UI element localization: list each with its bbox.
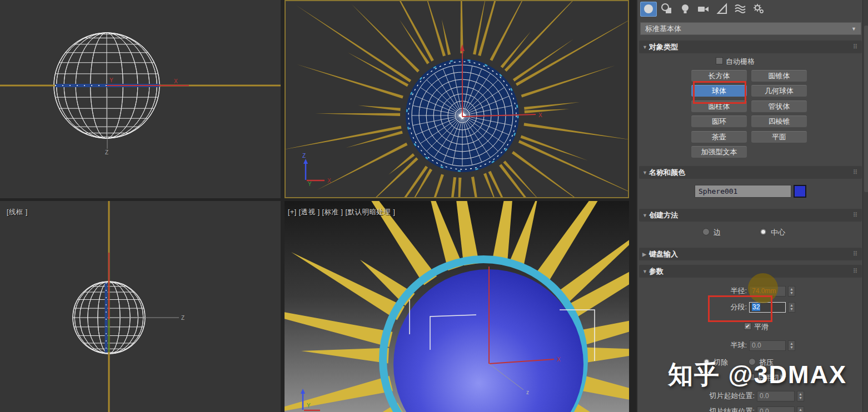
- cameras-icon[interactable]: [695, 2, 712, 17]
- rollout-drag-icon: ⠿: [853, 212, 857, 219]
- tripod-z-arrow: [301, 389, 305, 394]
- rollout-parameters[interactable]: ▼ 参数 ⠿: [639, 265, 862, 278]
- scrollbar-thumb[interactable]: [864, 26, 868, 192]
- smooth-checkbox[interactable]: ✔: [744, 323, 751, 330]
- collapse-arrow-icon: ▼: [642, 44, 649, 50]
- hemisphere-label: 半球:: [721, 340, 747, 350]
- helpers-icon[interactable]: [714, 2, 730, 17]
- systems-icon[interactable]: [750, 2, 767, 17]
- space-warps-icon[interactable]: [732, 2, 749, 17]
- rollout-creation-method[interactable]: ▼ 创建方法 ⠿: [639, 209, 862, 222]
- torus-button[interactable]: 圆环: [691, 115, 747, 127]
- primitive-category-dropdown[interactable]: 标准基本体 ▼: [640, 22, 861, 35]
- slice-from-label: 切片起始位置:: [697, 391, 755, 401]
- viewport-wireframe[interactable]: [线框 ] Z: [0, 201, 281, 412]
- collapse-arrow-icon: ▼: [642, 170, 649, 175]
- tripod-z-arrow: [303, 159, 308, 164]
- command-panel: 标准基本体 ▼ ▼ 对象类型 ⠿ 自动栅格 长方体 圆锥体 球体 几何球体 圆柱…: [636, 0, 868, 412]
- rollout-title: 对象类型: [649, 42, 678, 52]
- autogrid-label: 自动栅格: [726, 57, 755, 67]
- textplus-button[interactable]: 加强型文本: [691, 146, 747, 158]
- spinner-down-icon[interactable]: ▾: [790, 345, 792, 349]
- y-axis-label: Y: [109, 77, 113, 83]
- x-axis-label: X: [538, 112, 542, 118]
- hemisphere-spinner[interactable]: ▴▾: [788, 340, 795, 351]
- rollout-drag-icon: ⠿: [853, 250, 857, 258]
- tripod-x-label: X: [327, 178, 331, 184]
- slice-from-field[interactable]: 0.0: [757, 391, 795, 401]
- teapot-button[interactable]: 茶壶: [691, 131, 747, 143]
- plane-button[interactable]: 平面: [751, 131, 807, 143]
- shapes-icon[interactable]: [659, 2, 675, 17]
- spinner-down-icon[interactable]: ▾: [799, 396, 801, 400]
- panel-scrollbar[interactable]: [862, 0, 868, 412]
- expand-arrow-icon: ▶: [642, 252, 649, 257]
- slice-from-spinner[interactable]: ▴▾: [797, 391, 804, 401]
- slice-to-spinner[interactable]: ▴▾: [797, 406, 804, 412]
- z-axis-label: z: [526, 389, 529, 395]
- tube-button[interactable]: 管状体: [751, 101, 807, 112]
- front-view-canvas: X Y Z: [0, 0, 281, 198]
- rollout-keyboard-entry[interactable]: ▶ 键盘输入 ⠿: [639, 248, 862, 260]
- collapse-arrow-icon: ▼: [642, 269, 649, 274]
- watermark: 知乎 @3DMAX: [668, 358, 847, 391]
- viewport-label-perspective[interactable]: [+] [透视 ] [标准 ] [默认明暗处理 ]: [288, 208, 395, 217]
- z-axis-label: Z: [105, 149, 108, 155]
- geometry-icon[interactable]: [640, 2, 657, 17]
- rollout-drag-icon: ⠿: [853, 43, 857, 51]
- smooth-label: 平滑: [754, 322, 769, 332]
- lights-icon[interactable]: [677, 2, 694, 17]
- pyramid-button[interactable]: 四棱锥: [751, 115, 807, 127]
- viewport-front[interactable]: X Y Z: [0, 0, 281, 198]
- slice-to-label: 切片结束位置:: [697, 406, 755, 412]
- edge-radio-label[interactable]: 边: [714, 228, 721, 238]
- tripod-y-label: Y: [308, 181, 312, 187]
- box-button[interactable]: 长方体: [691, 70, 747, 82]
- collapse-arrow-icon: ▼: [642, 213, 649, 218]
- hemisphere-field[interactable]: 0.0: [749, 340, 786, 351]
- object-color-swatch[interactable]: [794, 185, 806, 198]
- spinner-down-icon[interactable]: ▾: [790, 307, 792, 311]
- annotation-box-sphere: [693, 81, 746, 104]
- center-radio-label[interactable]: 中心: [771, 228, 785, 238]
- tripod-z-label: Z: [302, 153, 306, 159]
- tripod-y-label: Y: [307, 403, 311, 409]
- rollout-title: 创建方法: [649, 210, 678, 220]
- slice-to-field[interactable]: 0.0: [757, 406, 795, 412]
- center-radio[interactable]: [760, 228, 767, 235]
- create-category-toolbar: [638, 1, 767, 17]
- annotation-box-segments: [708, 295, 772, 322]
- check-icon: ✔: [745, 324, 750, 329]
- x-axis-label: X: [557, 356, 561, 363]
- dropdown-value: 标准基本体: [645, 24, 681, 34]
- z-axis-label: Z: [181, 315, 184, 321]
- rollout-drag-icon: ⠿: [853, 268, 857, 275]
- rollout-drag-icon: ⠿: [853, 169, 857, 176]
- wireframe-view-canvas: Z: [0, 201, 281, 412]
- dropdown-arrow-icon: ▼: [851, 26, 856, 32]
- rollout-title: 键盘输入: [649, 249, 678, 259]
- radius-spinner[interactable]: ▴▾: [788, 286, 795, 297]
- autogrid-checkbox[interactable]: [716, 57, 723, 64]
- rollout-title: 名称和颜色: [649, 168, 685, 178]
- edge-radio[interactable]: [702, 228, 710, 235]
- viewport-top-active[interactable]: X Z Y X: [285, 0, 629, 198]
- rollout-title: 参数: [649, 267, 664, 277]
- viewport-perspective[interactable]: [+] [透视 ] [标准 ] [默认明暗处理 ] X z Y: [285, 201, 629, 412]
- object-name-field[interactable]: Sphere001: [695, 185, 791, 198]
- spinner-down-icon[interactable]: ▾: [790, 291, 792, 295]
- x-axis-label: X: [174, 78, 178, 84]
- geosphere-button[interactable]: 几何球体: [751, 85, 807, 97]
- segments-spinner[interactable]: ▴▾: [788, 302, 795, 313]
- viewport-label-wireframe[interactable]: [线框 ]: [7, 208, 28, 217]
- perspective-view-canvas: X z Y: [285, 201, 629, 412]
- radius-label: 半径:: [715, 286, 747, 296]
- cone-button[interactable]: 圆锥体: [751, 70, 807, 82]
- rollout-name-color[interactable]: ▼ 名称和颜色 ⠿: [639, 166, 862, 179]
- top-view-canvas: X Z Y X: [286, 1, 628, 197]
- rollout-object-type[interactable]: ▼ 对象类型 ⠿: [639, 41, 862, 53]
